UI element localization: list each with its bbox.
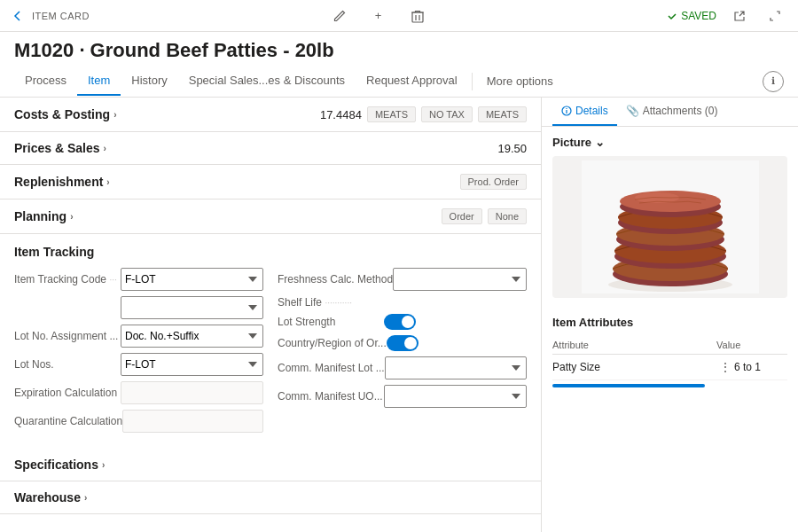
tracking-left-col: Item Tracking Code ··· F-LOT xyxy=(14,268,263,438)
tab-special-sales[interactable]: Special Sales...es & Discounts xyxy=(178,66,356,96)
lot-no-assignment-label: Lot No. Assignment ... xyxy=(14,330,121,342)
empty-select[interactable] xyxy=(121,296,263,319)
top-bar-right: SAVED xyxy=(667,4,787,28)
lot-nos-select[interactable]: F-LOT xyxy=(121,353,263,376)
comm-manifest-uo-label: Comm. Manifest UO... xyxy=(278,390,384,403)
planning-section[interactable]: Planning › Order None xyxy=(0,200,541,234)
attr-kebab-menu[interactable]: ⋮ xyxy=(716,360,734,374)
tracking-code-select[interactable]: F-LOT xyxy=(121,268,263,291)
attr-row: Patty Size ⋮ 6 to 1 xyxy=(552,355,787,380)
prices-sales-title: Prices & Sales › xyxy=(14,141,106,155)
beef-image xyxy=(552,156,787,298)
lot-strength-field: Lot Strength xyxy=(278,314,527,330)
attributes-section: Item Attributes Attribute Value Patty Si… xyxy=(542,307,798,396)
comm-manifest-lot-label: Comm. Manifest Lot ... xyxy=(278,362,385,374)
shelf-life-label: Shelf Life ··········· xyxy=(278,296,384,309)
comm-manifest-uo-control xyxy=(384,385,527,408)
back-button[interactable] xyxy=(11,9,25,23)
specifications-title: Specifications › xyxy=(14,458,105,472)
costs-chevron: › xyxy=(113,110,116,120)
top-bar: ITEM CARD + SAVED xyxy=(0,0,798,32)
tracking-grid: Item Tracking Code ··· F-LOT xyxy=(14,268,527,438)
item-tracking-section: Item Tracking Item Tracking Code ··· xyxy=(0,234,541,449)
nav-divider xyxy=(472,73,473,90)
planning-values: Order None xyxy=(442,208,527,224)
edit-button[interactable] xyxy=(327,4,352,28)
right-tabs: Details 📎 Attachments (0) xyxy=(542,98,798,127)
costs-posting-section[interactable]: Costs & Posting › 17.4484 MEATS NO TAX M… xyxy=(0,98,541,132)
lot-strength-control xyxy=(384,314,527,330)
prices-sales-section[interactable]: Prices & Sales › 19.50 xyxy=(0,132,541,165)
add-button[interactable]: + xyxy=(366,4,391,28)
tab-process[interactable]: Process xyxy=(14,66,77,96)
more-options[interactable]: More options xyxy=(476,67,564,95)
lot-no-assignment-control: Doc. No.+Suffix xyxy=(121,325,263,348)
country-control xyxy=(387,335,527,351)
comm-manifest-uo-select[interactable] xyxy=(384,385,527,408)
tracking-code-control: F-LOT xyxy=(121,268,263,291)
lot-no-assignment-field: Lot No. Assignment ... Doc. No.+Suffix xyxy=(14,325,263,348)
info-button[interactable]: ℹ xyxy=(763,71,784,92)
replenishment-section[interactable]: Replenishment › Prod. Order xyxy=(0,165,541,200)
quarantine-label: Quarantine Calculation xyxy=(14,415,122,427)
comm-manifest-lot-select[interactable] xyxy=(385,356,527,379)
expiration-input[interactable] xyxy=(121,381,263,404)
freshness-label: Freshness Calc. Method xyxy=(278,273,393,286)
shelf-life-field: Shelf Life ··········· xyxy=(278,296,527,309)
expiration-field: Expiration Calculation xyxy=(14,381,263,404)
country-toggle[interactable] xyxy=(387,335,419,351)
empty-field-control xyxy=(121,296,263,319)
lot-strength-toggle[interactable] xyxy=(384,314,416,330)
export-button[interactable] xyxy=(727,4,752,28)
warehouse-chevron: › xyxy=(84,493,87,503)
attachments-tab[interactable]: 📎 Attachments (0) xyxy=(617,98,727,126)
freshness-control xyxy=(393,268,527,291)
replenishment-title: Replenishment › xyxy=(14,175,110,189)
delete-button[interactable] xyxy=(405,4,430,28)
tracking-right-col: Freshness Calc. Method Shelf Life xyxy=(278,268,527,438)
warehouse-title: Warehouse › xyxy=(14,490,87,505)
svg-rect-0 xyxy=(412,12,423,22)
costs-values: 17.4484 MEATS NO TAX MEATS xyxy=(320,106,527,122)
picture-label[interactable]: Picture ⌄ xyxy=(552,136,787,149)
attr-bar xyxy=(552,384,705,387)
picture-chevron: ⌄ xyxy=(595,136,605,149)
country-label: Country/Region of Or... xyxy=(278,337,387,349)
lot-no-assignment-select[interactable]: Doc. No.+Suffix xyxy=(121,325,263,348)
warehouse-section[interactable]: Warehouse › xyxy=(0,481,541,514)
prices-chevron: › xyxy=(104,144,106,153)
replenishment-values: Prod. Order xyxy=(460,174,527,190)
lot-strength-label: Lot Strength xyxy=(278,316,384,328)
saved-status: SAVED xyxy=(667,10,716,22)
empty-field-row xyxy=(14,296,263,319)
attr-col-label: Attribute xyxy=(552,340,716,350)
left-panel: Costs & Posting › 17.4484 MEATS NO TAX M… xyxy=(0,98,541,532)
specifications-section[interactable]: Specifications › xyxy=(0,449,541,481)
comm-manifest-uo-field: Comm. Manifest UO... xyxy=(278,385,527,408)
page-title: M1020 · Ground Beef Patties - 20lb xyxy=(0,32,798,66)
attr-value: 6 to 1 xyxy=(734,361,787,373)
quarantine-input[interactable] xyxy=(122,410,263,433)
freshness-select[interactable] xyxy=(393,268,527,291)
freshness-field: Freshness Calc. Method xyxy=(278,268,527,291)
top-bar-left: ITEM CARD xyxy=(11,9,90,23)
expand-button[interactable] xyxy=(763,4,787,28)
tracking-code-label: Item Tracking Code ··· xyxy=(14,273,121,286)
expiration-control xyxy=(121,381,263,404)
top-bar-center: + xyxy=(327,4,430,28)
quarantine-control xyxy=(122,410,263,433)
tab-history[interactable]: History xyxy=(121,66,177,96)
right-panel: Details 📎 Attachments (0) Picture ⌄ xyxy=(541,98,798,532)
specs-chevron: › xyxy=(102,460,105,470)
lot-nos-label: Lot Nos. xyxy=(14,358,121,371)
attr-header: Attribute Value xyxy=(552,336,787,355)
tracking-code-field: Item Tracking Code ··· F-LOT xyxy=(14,268,263,291)
lot-nos-field: Lot Nos. F-LOT xyxy=(14,353,263,376)
replenishment-chevron: › xyxy=(106,177,109,187)
tab-item[interactable]: Item xyxy=(77,66,121,96)
tab-request-approval[interactable]: Request Approval xyxy=(356,66,468,96)
item-card-label: ITEM CARD xyxy=(32,11,90,21)
details-tab[interactable]: Details xyxy=(552,98,617,126)
country-field: Country/Region of Or... xyxy=(278,335,527,351)
expiration-label: Expiration Calculation xyxy=(14,387,121,399)
